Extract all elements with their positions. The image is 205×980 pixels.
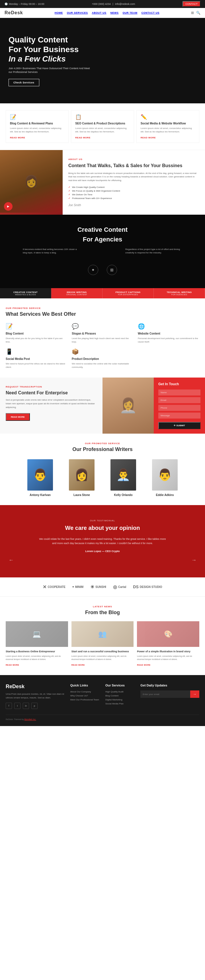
contact-button[interactable]: CONTACT [183, 1, 200, 7]
writer-3-avatar: 👨‍💼 [110, 459, 136, 490]
blog-post-3-readmore[interactable]: READ MORE [137, 664, 150, 666]
design-studio-icon: DS [133, 584, 138, 589]
form-name-input[interactable] [158, 390, 200, 396]
quick-link-3[interactable]: Meet Our Professional Team [70, 698, 100, 701]
nav-team[interactable]: OUR TEAM [123, 11, 138, 14]
search-icon[interactable]: 🔍 [196, 11, 200, 15]
tab-product-captions[interactable]: Product Captions For Enterprises [103, 288, 154, 298]
enterprise-sub-label: REQUEST TRANSCRIPTION [6, 385, 97, 388]
services-sub-label: OUR PROMOTED SERVICE [6, 307, 199, 310]
writer-4-name: Eddie Adkins [146, 493, 183, 496]
minim-icon: ▪ [72, 584, 74, 589]
nav-links: HOME OUR SERVICES ABOUT US NEWS OUR TEAM… [55, 11, 159, 14]
newsletter-email-input[interactable] [140, 690, 190, 698]
social-icons: f t in p [6, 703, 65, 709]
logo-cooperate: ✕ COOPERATE [43, 584, 65, 590]
product-icon: 📦 [72, 348, 133, 355]
footer-service-2[interactable]: Blog Content [105, 694, 135, 697]
enterprise-section: REQUEST TRANSCRIPTION Need Content For E… [0, 377, 205, 434]
cooperate-icon: ✕ [43, 584, 46, 590]
prev-arrow[interactable]: ← [8, 557, 14, 563]
footer-service-4[interactable]: Social Media Plan [105, 702, 135, 705]
quick-link-2[interactable]: Why Choose Us? [70, 694, 100, 697]
service-card-1-desc: Lorem ipsum dolor sit amet, consectetur … [10, 127, 64, 134]
nav-news[interactable]: NEWS [110, 11, 119, 14]
service-card-3-desc: Lorem ipsum dolor sit amet, consectetur … [141, 127, 195, 134]
blog-section: LATEST NEWS From the Blog 💻 Starting a B… [0, 597, 205, 675]
writer-4-avatar: 👨 [152, 459, 178, 490]
newsletter-submit-button[interactable]: → [190, 690, 199, 698]
pinterest-icon[interactable]: p [31, 703, 38, 709]
footer-quick-links-col: Quick Links About Our Company Why Choose… [70, 684, 100, 709]
blog-post-1-title: Starting a Business Online Entrepreneur [6, 650, 68, 654]
footer: ReDesk Urna Proin duis posuere montes, m… [0, 675, 205, 726]
tab-technical-writing[interactable]: Technical Writing For Agencies [154, 288, 205, 298]
play-button[interactable]: ▶ [4, 202, 13, 211]
slogan-icon: 💬 [72, 323, 133, 330]
blog-post-2: 👥 Start and run a successful consulting … [72, 621, 134, 667]
form-submit-button[interactable]: ✈ SUBMIT [158, 422, 200, 429]
nav-services[interactable]: OUR SERVICES [67, 11, 88, 14]
logo-sunshi: ☀ SUNSHI [90, 584, 106, 590]
service-item-social-desc: We need to future-proof the ethos we do … [6, 362, 67, 369]
testimonial-text: We could relate for the last five years.… [37, 537, 168, 546]
sunshi-icon: ☀ [90, 584, 94, 590]
quick-links-list: About Our Company Why Choose Us? Meet Ou… [70, 690, 100, 701]
services-offer-section: OUR PROMOTED SERVICE What Services We Be… [0, 298, 205, 377]
business-hours: 🕐 Monday – Friday 09:00 – 16:00 [5, 3, 44, 5]
copyright-text: ReDesk. Themed by Bismillah Inc. [6, 718, 36, 720]
logo-minim: ▪ MINIM [72, 584, 83, 589]
writer-1: 👨 Antony Karlvan [22, 459, 59, 496]
footer-service-3[interactable]: Digital Marketing [105, 698, 135, 701]
enterprise-read-more-button[interactable]: READ MORE [6, 413, 30, 421]
checklist-item-3: We Deliver On Time [68, 193, 199, 196]
writer-2-avatar: 👩 [69, 459, 95, 490]
service-card-2-desc: Lorem ipsum dolor sit amet, consectetur … [75, 127, 130, 134]
instagram-icon[interactable]: in [23, 703, 29, 709]
form-phone-input[interactable] [158, 405, 200, 411]
form-message-input[interactable] [158, 412, 200, 418]
service-item-product-title: Product Description [72, 357, 133, 360]
tab-creative-content[interactable]: Creative Content Websites & Blogs [0, 288, 51, 298]
blog-post-3-desc: Lorem ipsum dolor sit amet, consectetur … [137, 655, 199, 661]
enterprise-image: 👩‍💼 [103, 377, 154, 434]
grid-icon[interactable]: ⊞ [191, 11, 194, 15]
content-sub-label: ABOUT US [68, 158, 199, 161]
logo-cartal: ◎ Cartal [113, 584, 126, 590]
quick-link-1[interactable]: About Our Company [70, 690, 100, 693]
facebook-icon[interactable]: f [6, 703, 12, 709]
hero-subtitle: Join 4,000+ Businesses That Have Outsour… [8, 67, 94, 74]
form-email-input[interactable] [158, 397, 200, 403]
quick-links-title: Quick Links [70, 684, 100, 687]
nav-home[interactable]: HOME [55, 11, 63, 14]
blog-grid: 💻 Starting a Business Online Entrepreneu… [6, 621, 199, 667]
writers-grid: 👨 Antony Karlvan 👩 Laura Stone 👨‍💼 Kelly… [6, 459, 199, 496]
service-card-3-readmore[interactable]: READ MORE [141, 136, 156, 139]
nav-contact[interactable]: CONTACT US [141, 11, 159, 14]
content-text: ABOUT US Content That Walks, Talks & Sal… [63, 150, 205, 215]
enterprise-title: Need Content For Enterprise [6, 390, 97, 396]
blog-image-1: 💻 [6, 621, 68, 647]
blog-post-2-readmore[interactable]: READ MORE [72, 664, 85, 666]
copyright-link[interactable]: Bismillah Inc. [24, 718, 36, 720]
twitter-icon[interactable]: t [14, 703, 21, 709]
blog-post-1-readmore[interactable]: READ MORE [6, 664, 19, 666]
dark-title-2: For Agencies [6, 236, 199, 243]
next-arrow[interactable]: → [191, 557, 197, 563]
tab-ebook-writing[interactable]: eBook Writing Original Content [51, 288, 103, 298]
hero-cta-button[interactable]: Check Services [8, 79, 39, 86]
blog-content-icon: 📝 [6, 323, 67, 330]
footer-service-1[interactable]: High Quality Audit [105, 690, 135, 693]
service-card-3: ✏️ Social Media & Website Workflow Lorem… [137, 110, 199, 143]
blog-sub-label: LATEST NEWS [6, 605, 199, 608]
service-card-2-readmore[interactable]: READ MORE [75, 136, 90, 139]
hero-section: Quality Content For Your Business In a F… [0, 18, 205, 103]
nav-about[interactable]: ABOUT US [92, 11, 106, 14]
content-image: 👩 ▶ [0, 150, 63, 215]
testimonial-arrows: ← → [8, 557, 197, 563]
cartal-icon: ◎ [113, 584, 117, 590]
blog-post-1: 💻 Starting a Business Online Entrepreneu… [6, 621, 68, 667]
service-card-1-readmore[interactable]: READ MORE [10, 136, 25, 139]
service-item-blog: 📝 Blog Content Diversify what you do for… [6, 323, 67, 344]
service-item-blog-desc: Diversify what you do for you bring to t… [6, 337, 67, 344]
